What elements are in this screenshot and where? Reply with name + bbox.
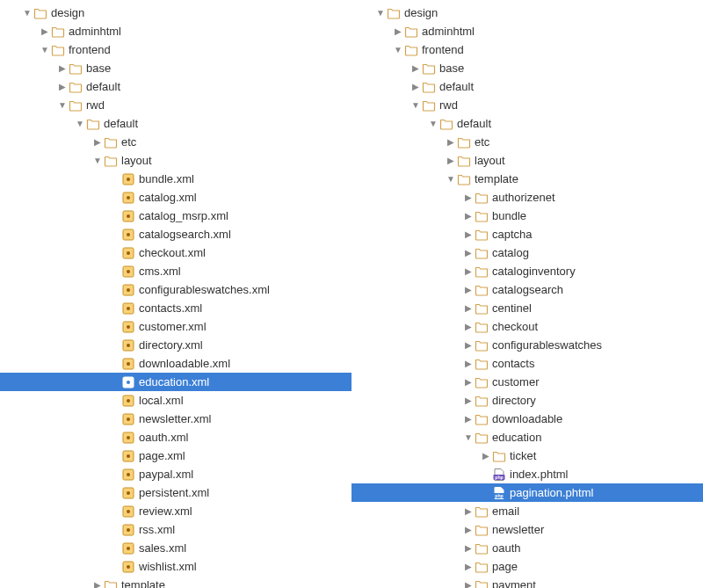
tree-folder-row[interactable]: ▶customer <box>352 373 703 391</box>
tree-folder-row[interactable]: ▶centinel <box>352 299 703 317</box>
tree-folder-row[interactable]: ▶base <box>0 59 352 77</box>
tree-folder-row[interactable]: ▶template <box>0 576 352 588</box>
tree-folder-row[interactable]: ▶page <box>352 557 703 576</box>
chevron-right-icon[interactable]: ▶ <box>462 544 475 553</box>
tree-folder-row[interactable]: ▶captcha <box>352 225 703 243</box>
tree-folder-row[interactable]: ▶etc <box>352 133 703 151</box>
tree-file-row[interactable]: ▶education.xml <box>0 373 352 391</box>
tree-file-row[interactable]: ▶phpindex.phtml <box>352 465 703 483</box>
tree-folder-row[interactable]: ▶adminhtml <box>0 22 352 40</box>
tree-folder-row[interactable]: ▼default <box>352 114 703 133</box>
tree-file-row[interactable]: ▶oauth.xml <box>0 428 352 446</box>
chevron-right-icon[interactable]: ▶ <box>480 452 492 461</box>
tree-folder-row[interactable]: ▼education <box>352 428 703 446</box>
chevron-right-icon[interactable]: ▶ <box>409 64 422 73</box>
tree-file-row[interactable]: ▶local.xml <box>0 391 352 410</box>
tree-folder-row[interactable]: ▼design <box>0 4 352 22</box>
tree-folder-row[interactable]: ▶base <box>352 59 703 77</box>
chevron-right-icon[interactable]: ▶ <box>462 286 475 294</box>
chevron-right-icon[interactable]: ▶ <box>462 193 475 202</box>
tree-folder-row[interactable]: ▶default <box>0 77 352 96</box>
tree-folder-row[interactable]: ▶default <box>352 77 703 96</box>
tree-folder-row[interactable]: ▼frontend <box>0 40 352 59</box>
tree-folder-row[interactable]: ▼layout <box>0 151 352 170</box>
chevron-right-icon[interactable]: ▶ <box>462 341 475 350</box>
chevron-right-icon[interactable]: ▶ <box>445 138 457 147</box>
tree-folder-row[interactable]: ▶newsletter <box>352 520 703 539</box>
tree-file-row[interactable]: ▶wishlist.xml <box>0 557 352 576</box>
chevron-right-icon[interactable]: ▶ <box>462 323 475 331</box>
chevron-right-icon[interactable]: ▶ <box>462 378 475 387</box>
tree-file-row[interactable]: ▶checkout.xml <box>0 243 352 262</box>
tree-file-row[interactable]: ▶contacts.xml <box>0 299 352 317</box>
chevron-right-icon[interactable]: ▶ <box>56 83 69 91</box>
tree-file-row[interactable]: ▶phppagination.phtml <box>352 483 703 502</box>
tree-folder-row[interactable]: ▶bundle <box>352 207 703 225</box>
tree-file-row[interactable]: ▶customer.xml <box>0 317 352 336</box>
tree-folder-row[interactable]: ▶authorizenet <box>352 188 703 207</box>
tree-folder-row[interactable]: ▶checkout <box>352 317 703 336</box>
chevron-down-icon[interactable]: ▼ <box>74 120 86 128</box>
chevron-right-icon[interactable]: ▶ <box>462 396 475 405</box>
tree-folder-row[interactable]: ▼template <box>352 170 703 188</box>
chevron-right-icon[interactable]: ▶ <box>91 138 104 147</box>
tree-folder-row[interactable]: ▼design <box>352 4 703 22</box>
tree-file-row[interactable]: ▶cms.xml <box>0 262 352 280</box>
tree-file-row[interactable]: ▶persistent.xml <box>0 483 352 502</box>
tree-folder-row[interactable]: ▶email <box>352 502 703 520</box>
tree-folder-row[interactable]: ▶directory <box>352 391 703 410</box>
tree-folder-row[interactable]: ▶configurableswatches <box>352 336 703 354</box>
chevron-right-icon[interactable]: ▶ <box>409 83 422 91</box>
chevron-down-icon[interactable]: ▼ <box>445 175 457 184</box>
tree-folder-row[interactable]: ▼frontend <box>352 40 703 59</box>
tree-file-row[interactable]: ▶catalogsearch.xml <box>0 225 352 243</box>
chevron-down-icon[interactable]: ▼ <box>427 120 439 128</box>
chevron-down-icon[interactable]: ▼ <box>462 433 475 442</box>
chevron-right-icon[interactable]: ▶ <box>39 27 51 36</box>
chevron-right-icon[interactable]: ▶ <box>445 156 457 165</box>
tree-folder-row[interactable]: ▶oauth <box>352 539 703 557</box>
chevron-right-icon[interactable]: ▶ <box>462 526 475 534</box>
chevron-right-icon[interactable]: ▶ <box>91 581 104 589</box>
chevron-down-icon[interactable]: ▼ <box>39 46 51 54</box>
chevron-right-icon[interactable]: ▶ <box>462 359 475 368</box>
chevron-down-icon[interactable]: ▼ <box>56 101 69 110</box>
chevron-right-icon[interactable]: ▶ <box>462 563 475 571</box>
tree-file-row[interactable]: ▶configurableswatches.xml <box>0 280 352 299</box>
chevron-down-icon[interactable]: ▼ <box>374 9 387 18</box>
chevron-right-icon[interactable]: ▶ <box>56 64 69 73</box>
tree-file-row[interactable]: ▶review.xml <box>0 502 352 520</box>
tree-folder-row[interactable]: ▶downloadable <box>352 410 703 428</box>
tree-folder-row[interactable]: ▼default <box>0 114 352 133</box>
chevron-down-icon[interactable]: ▼ <box>21 9 33 18</box>
tree-folder-row[interactable]: ▶contacts <box>352 354 703 373</box>
tree-folder-row[interactable]: ▶layout <box>352 151 703 170</box>
tree-file-row[interactable]: ▶newsletter.xml <box>0 410 352 428</box>
tree-folder-row[interactable]: ▶catalogsearch <box>352 280 703 299</box>
tree-file-row[interactable]: ▶sales.xml <box>0 539 352 557</box>
tree-folder-row[interactable]: ▶payment <box>352 576 703 588</box>
tree-file-row[interactable]: ▶directory.xml <box>0 336 352 354</box>
tree-file-row[interactable]: ▶downloadable.xml <box>0 354 352 373</box>
tree-folder-row[interactable]: ▼rwd <box>0 96 352 114</box>
chevron-down-icon[interactable]: ▼ <box>91 156 104 165</box>
chevron-right-icon[interactable]: ▶ <box>462 415 475 424</box>
chevron-down-icon[interactable]: ▼ <box>409 101 422 110</box>
chevron-right-icon[interactable]: ▶ <box>462 249 475 258</box>
chevron-right-icon[interactable]: ▶ <box>462 507 475 516</box>
tree-file-row[interactable]: ▶paypal.xml <box>0 465 352 483</box>
chevron-right-icon[interactable]: ▶ <box>392 27 404 36</box>
chevron-right-icon[interactable]: ▶ <box>462 212 475 221</box>
tree-file-row[interactable]: ▶rss.xml <box>0 520 352 539</box>
tree-folder-row[interactable]: ▶catalog <box>352 243 703 262</box>
chevron-right-icon[interactable]: ▶ <box>462 581 475 589</box>
tree-folder-row[interactable]: ▶cataloginventory <box>352 262 703 280</box>
tree-folder-row[interactable]: ▶etc <box>0 133 352 151</box>
chevron-right-icon[interactable]: ▶ <box>462 267 475 276</box>
chevron-right-icon[interactable]: ▶ <box>462 304 475 313</box>
tree-file-row[interactable]: ▶page.xml <box>0 446 352 465</box>
tree-folder-row[interactable]: ▶ticket <box>352 446 703 465</box>
chevron-down-icon[interactable]: ▼ <box>392 46 404 54</box>
tree-file-row[interactable]: ▶catalog.xml <box>0 188 352 207</box>
tree-folder-row[interactable]: ▼rwd <box>352 96 703 114</box>
